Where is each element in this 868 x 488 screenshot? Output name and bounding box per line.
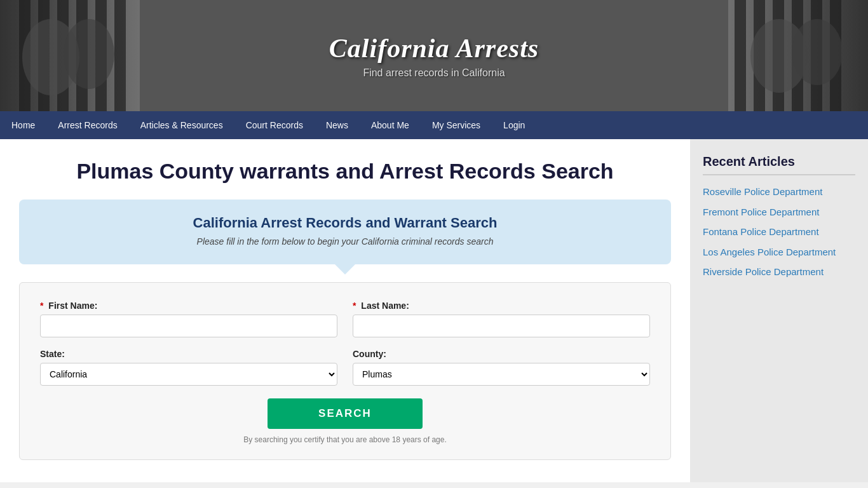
nav-news[interactable]: News [315,111,360,139]
sidebar-article-2[interactable]: Fontana Police Department [703,226,855,238]
state-group: State: California Alabama Alaska Arizona… [40,349,337,386]
sidebar-article-1[interactable]: Fremont Police Department [703,206,855,219]
sidebar-title: Recent Articles [703,154,855,175]
search-box-title: California Arrest Records and Warrant Se… [37,215,653,231]
nav-court-records[interactable]: Court Records [234,111,315,139]
state-county-row: State: California Alabama Alaska Arizona… [40,349,650,386]
header-content: California Arrests Find arrest records i… [329,33,539,79]
county-label: County: [353,349,650,359]
nav-arrest-records[interactable]: Arrest Records [46,111,128,139]
search-form-container: * First Name: * Last Name: State: [19,282,671,460]
svg-rect-5 [114,0,126,111]
first-name-input[interactable] [40,315,337,337]
state-select[interactable]: California Alabama Alaska Arizona Arkans… [40,363,337,386]
site-subtitle: Find arrest records in California [329,67,539,79]
state-label: State: [40,349,337,359]
first-name-label: * First Name: [40,301,337,311]
main-container: Plumas County warrants and Arrest Record… [0,139,868,482]
first-name-group: * First Name: [40,301,337,337]
sidebar-article-0[interactable]: Roseville Police Department [703,186,855,198]
site-header: California Arrests Find arrest records i… [0,0,868,111]
content-area: Plumas County warrants and Arrest Record… [0,139,690,482]
search-button[interactable]: SEARCH [268,398,423,429]
form-disclaimer: By searching you certify that you are ab… [40,435,650,444]
header-right-decoration [728,0,868,111]
nav-about-me[interactable]: About Me [360,111,421,139]
bars-right-svg [728,0,868,111]
sidebar-article-4[interactable]: Riverside Police Department [703,266,855,278]
required-star-last: * [353,301,356,311]
last-name-group: * Last Name: [353,301,650,337]
svg-point-7 [64,19,114,89]
required-star-first: * [40,301,43,311]
search-intro-box: California Arrest Records and Warrant Se… [19,200,671,264]
nav-articles[interactable]: Articles & Resources [129,111,234,139]
county-group: County: Plumas Alameda Alpine Amador But… [353,349,650,386]
sidebar-article-3[interactable]: Los Angeles Police Department [703,246,855,259]
header-left-decoration [0,0,140,111]
county-select[interactable]: Plumas Alameda Alpine Amador Butte Calav… [353,363,650,386]
svg-rect-8 [735,0,746,111]
name-row: * First Name: * Last Name: [40,301,650,337]
page-title: Plumas County warrants and Arrest Record… [19,158,671,184]
last-name-input[interactable] [353,315,650,337]
nav-my-services[interactable]: My Services [421,111,492,139]
last-name-label: * Last Name: [353,301,650,311]
nav-home[interactable]: Home [0,111,46,139]
search-btn-row: SEARCH [40,398,650,429]
site-title: California Arrests [329,33,539,64]
svg-point-15 [792,19,843,85]
nav-login[interactable]: Login [492,111,536,139]
sidebar: Recent Articles Roseville Police Departm… [690,139,868,482]
search-box-subtitle: Please fill in the form below to begin y… [37,236,653,247]
bars-left-svg [0,0,140,111]
main-nav: Home Arrest Records Articles & Resources… [0,111,868,139]
